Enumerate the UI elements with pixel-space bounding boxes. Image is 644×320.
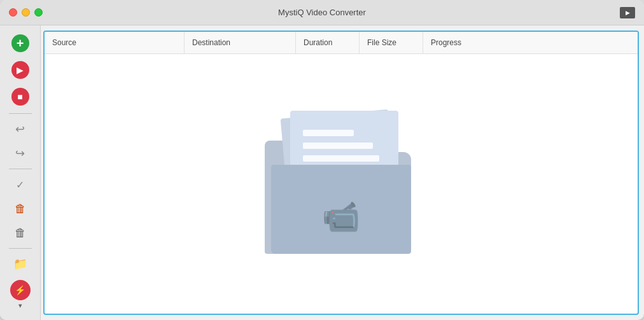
add-button[interactable]: + [8,31,33,56]
doc-line-2 [303,143,373,149]
column-header-source: Source [45,32,185,53]
minimize-button[interactable] [22,8,30,17]
divider-1 [9,113,32,114]
main-content: + ▶ ■ ↩ ↪ ✓ 🗑 🗑 📁 ⚡ ▾ [0,25,644,320]
redo-button[interactable]: ↪ [8,142,33,165]
sidebar-bottom: ⚡ ▾ [10,280,31,315]
folder-front: 📹 [271,165,411,254]
play-button[interactable]: ▶ [8,57,33,83]
divider-3 [9,248,32,249]
add-icon: + [11,34,29,52]
chevron-down-icon[interactable]: ▾ [18,302,22,310]
window-title: MystiQ Video Converter [278,8,366,17]
remove-one-button[interactable]: 🗑 [8,197,33,220]
titlebar: MystiQ Video Converter [0,0,644,25]
remove-all-button[interactable]: 🗑 [8,221,33,244]
stop-button[interactable]: ■ [8,84,33,109]
doc-line-1 [303,130,354,136]
table-header: Source Destination Duration File Size Pr… [45,32,638,54]
close-button[interactable] [9,8,17,17]
video-camera-container: 📹 [322,199,360,235]
column-header-destination: Destination [185,32,296,53]
convert-button[interactable]: ⚡ [10,280,31,300]
folder-button[interactable]: 📁 [8,253,33,275]
table-body: 📹 [45,54,638,314]
divider-2 [9,169,32,169]
play-icon: ▶ [11,61,29,79]
undo-button[interactable]: ↩ [8,118,33,141]
clear-button[interactable]: ✓ [8,173,33,196]
maximize-button[interactable] [34,8,43,17]
doc-line-3 [303,155,379,162]
column-header-filesize: File Size [360,32,423,53]
traffic-lights [9,8,43,17]
video-icon [620,7,635,18]
empty-state-illustration: 📹 [258,101,424,267]
video-camera-icon: 📹 [322,199,360,235]
app-window: MystiQ Video Converter + ▶ ■ ↩ ↪ ✓ 🗑 🗑 � [0,0,644,320]
sidebar: + ▶ ■ ↩ ↪ ✓ 🗑 🗑 📁 ⚡ ▾ [0,25,41,320]
file-table: Source Destination Duration File Size Pr… [43,31,639,315]
stop-icon: ■ [11,88,29,106]
column-header-progress: Progress [423,32,638,53]
column-header-duration: Duration [296,32,360,53]
